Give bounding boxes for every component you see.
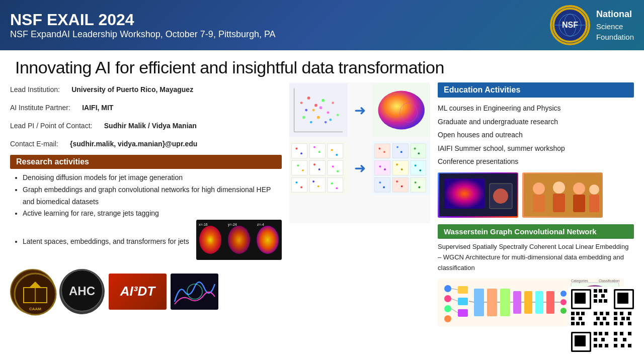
svg-rect-142 (603, 317, 606, 320)
svg-point-84 (400, 151, 402, 153)
svg-rect-144 (600, 322, 603, 325)
svg-rect-139 (600, 312, 603, 315)
svg-point-106 (553, 182, 565, 194)
svg-rect-169 (621, 344, 624, 347)
svg-rect-125 (594, 294, 597, 298)
svg-rect-51 (309, 177, 325, 192)
right-column: Education Activities ML courses in Engin… (438, 82, 634, 359)
svg-point-57 (331, 149, 333, 151)
svg-rect-166 (614, 338, 617, 341)
svg-rect-182 (474, 289, 484, 316)
svg-rect-161 (599, 344, 602, 347)
contact-row: Contact E-mail: {sudhir.malik, vidya.man… (10, 137, 282, 151)
scatter-plot-before (289, 82, 348, 138)
ai-partner-value: IAIFI, MIT (82, 104, 113, 112)
svg-rect-77 (411, 161, 426, 175)
svg-point-56 (318, 151, 320, 153)
svg-text:AHC: AHC (69, 284, 95, 298)
svg-rect-184 (500, 289, 510, 316)
national-label: National (596, 8, 634, 21)
svg-point-24 (307, 97, 310, 100)
svg-text:y=-24: y=-24 (228, 223, 237, 227)
list-item: Open houses and outreach (438, 128, 634, 142)
list-item: Active learning for rare, strange jets t… (23, 208, 282, 220)
qr-code (569, 287, 636, 354)
svg-point-102 (493, 189, 508, 204)
svg-rect-154 (628, 322, 631, 325)
svg-rect-164 (620, 332, 623, 335)
svg-rect-170 (628, 344, 631, 347)
foundation-label: Foundation (596, 32, 634, 42)
svg-rect-168 (614, 344, 617, 347)
upr-logo: CAAM (10, 269, 55, 314)
svg-point-37 (300, 102, 303, 104)
svg-rect-50 (292, 177, 307, 192)
svg-point-104 (533, 183, 545, 195)
svg-point-69 (331, 183, 333, 185)
svg-point-6 (199, 226, 221, 254)
education-header: Education Activities (438, 82, 634, 98)
svg-point-62 (318, 168, 320, 170)
svg-point-98 (418, 187, 420, 189)
svg-rect-135 (571, 322, 575, 325)
ahc-logo: AHC (59, 269, 105, 314)
svg-rect-159 (601, 338, 605, 341)
content-area: Lead Institution: University of Puerto R… (0, 82, 644, 359)
svg-point-35 (319, 106, 323, 109)
svg-point-34 (312, 109, 315, 112)
svg-rect-178 (458, 309, 468, 317)
svg-rect-153 (620, 322, 623, 325)
svg-rect-149 (614, 317, 617, 320)
svg-rect-150 (621, 317, 625, 320)
svg-point-90 (400, 168, 403, 170)
svg-point-108 (573, 183, 585, 195)
svg-text:Classification: Classification (599, 279, 619, 283)
svg-rect-156 (599, 332, 602, 335)
svg-rect-157 (605, 332, 608, 335)
svg-rect-74 (411, 144, 426, 158)
svg-rect-183 (487, 289, 497, 316)
scatter-visualizations: ➜ (289, 82, 430, 223)
svg-point-65 (296, 182, 298, 184)
svg-rect-49 (328, 161, 343, 175)
ai-partner-row: AI Institute Partner: IAIFI, MIT (10, 101, 282, 115)
svg-rect-45 (309, 144, 325, 158)
svg-rect-177 (458, 298, 468, 305)
nsf-logo-group: NSF National Science Foundation (550, 5, 634, 45)
svg-point-173 (444, 295, 451, 302)
lead-pi-value: Sudhir Malik / Vidya Manian (104, 122, 197, 130)
education-photos (438, 172, 634, 218)
svg-point-95 (396, 180, 398, 183)
svg-rect-137 (581, 322, 585, 325)
svg-point-196 (560, 291, 567, 297)
svg-point-8 (257, 226, 279, 254)
science-label: Science (596, 21, 634, 32)
svg-point-28 (327, 111, 330, 114)
svg-rect-109 (573, 195, 585, 212)
svg-rect-128 (599, 299, 602, 303)
svg-rect-123 (599, 289, 602, 293)
svg-rect-111 (589, 195, 599, 212)
svg-point-64 (337, 170, 339, 172)
svg-rect-124 (604, 289, 607, 293)
svg-rect-165 (628, 332, 631, 335)
svg-rect-115 (575, 293, 586, 304)
list-item: Graph embeddings and graph convolutional… (23, 184, 282, 208)
svg-point-61 (313, 163, 315, 165)
svg-rect-100 (444, 178, 485, 209)
svg-point-83 (396, 146, 398, 148)
svg-point-58 (336, 154, 338, 156)
svg-rect-80 (411, 177, 426, 192)
svg-rect-79 (392, 177, 408, 192)
middle-column: ➜ (289, 82, 430, 359)
svg-point-29 (317, 116, 320, 119)
ai-partner-label: AI Institute Partner: (10, 104, 70, 112)
conference-title: NSF EXAIL 2024 (10, 11, 276, 29)
left-column: Lead Institution: University of Puerto R… (10, 82, 282, 359)
header-text-block: NSF EXAIL 2024 NSF ExpandAI Leadership W… (10, 11, 276, 40)
svg-rect-72 (374, 144, 390, 158)
svg-rect-146 (614, 312, 617, 315)
svg-rect-105 (533, 195, 545, 212)
list-item: Graduate and undergraduate research (438, 115, 634, 129)
svg-rect-132 (581, 312, 585, 315)
